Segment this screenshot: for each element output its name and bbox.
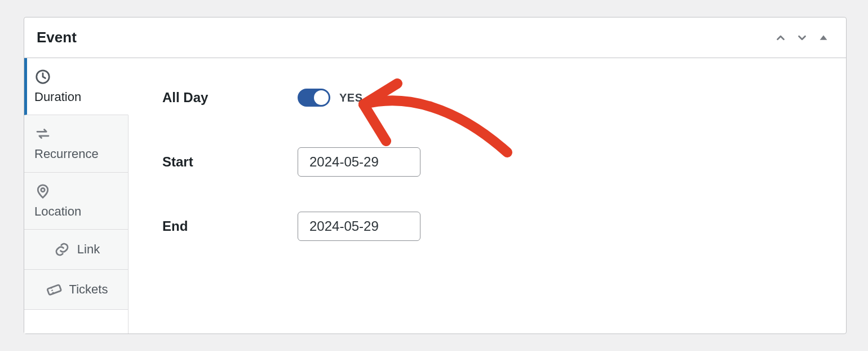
tab-recurrence[interactable]: Recurrence	[24, 115, 128, 172]
tab-label: Duration	[34, 90, 119, 104]
svg-point-1	[41, 188, 45, 192]
chevron-up-icon	[774, 32, 787, 44]
panel-header: Event	[24, 17, 846, 58]
all-day-label: All Day	[162, 90, 298, 106]
chevron-down-icon	[796, 32, 808, 44]
panel-body: Duration Recurrence Location Link	[24, 58, 846, 334]
tab-label: Recurrence	[34, 147, 119, 161]
tab-label: Location	[34, 204, 119, 219]
toggle-knob	[314, 90, 329, 105]
tickets-icon	[46, 281, 63, 298]
move-up-button[interactable]	[770, 28, 791, 48]
repeat-icon	[34, 125, 119, 142]
move-down-button[interactable]	[792, 28, 812, 48]
tab-location[interactable]: Location	[24, 173, 128, 230]
tab-link[interactable]: Link	[24, 230, 128, 270]
field-all-day: All Day YES	[162, 83, 812, 112]
settings-tabs: Duration Recurrence Location Link	[24, 58, 129, 334]
all-day-status: YES	[339, 91, 363, 104]
tab-content-duration: All Day YES Start End	[129, 58, 846, 334]
svg-rect-2	[47, 285, 61, 295]
tab-tickets[interactable]: Tickets	[24, 270, 128, 310]
panel-header-actions	[770, 28, 834, 48]
start-date-input[interactable]	[298, 147, 420, 177]
panel-title: Event	[37, 29, 77, 46]
collapse-button[interactable]	[813, 28, 834, 48]
field-start: Start	[162, 147, 812, 177]
clock-icon	[34, 68, 119, 85]
field-end: End	[162, 212, 812, 241]
tab-label: Link	[77, 242, 100, 257]
event-panel: Event Duration	[24, 17, 847, 334]
triangle-up-icon	[817, 32, 830, 44]
tab-duration[interactable]: Duration	[24, 58, 129, 115]
all-day-toggle[interactable]	[298, 89, 330, 107]
tab-label: Tickets	[69, 282, 108, 297]
all-day-toggle-wrap: YES	[298, 89, 363, 107]
start-label: Start	[162, 154, 298, 170]
location-pin-icon	[34, 183, 119, 200]
link-icon	[54, 241, 70, 258]
end-label: End	[162, 218, 298, 234]
end-date-input[interactable]	[298, 212, 420, 241]
